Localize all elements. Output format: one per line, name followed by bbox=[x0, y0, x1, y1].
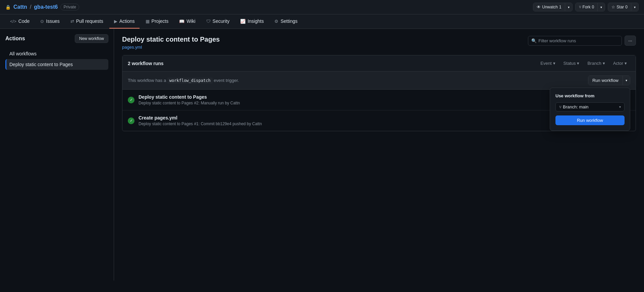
run-title-2: Create pages.yml bbox=[139, 115, 595, 120]
run-status-icon-1: ✓ bbox=[128, 97, 135, 103]
run-meta-2: Deploy static content to Pages #1: Commi… bbox=[139, 121, 595, 126]
trigger-banner: This workflow has a workflow_dispatch ev… bbox=[122, 71, 636, 90]
pullrequests-icon: ⇄ bbox=[70, 19, 74, 24]
fork-label: Fork bbox=[583, 5, 591, 9]
branch-select-arrow: ▾ bbox=[619, 105, 621, 109]
content-header: Deploy static content to Pages pages.yml… bbox=[122, 36, 636, 50]
filter-input-wrap: 🔍 bbox=[528, 36, 622, 46]
filter-branch-arrow: ▾ bbox=[603, 61, 605, 66]
workflow-file-link[interactable]: pages.yml bbox=[122, 45, 220, 50]
nav-label-settings: Settings bbox=[280, 18, 298, 24]
filter-input[interactable] bbox=[528, 36, 622, 46]
topbar-left: 🔒 Cattn / gba-test6 Private bbox=[5, 4, 79, 10]
new-workflow-button[interactable]: New workflow bbox=[75, 34, 108, 43]
unwatch-button-group: 👁 Unwatch 1 ▾ bbox=[533, 3, 572, 11]
nav-item-pullrequests[interactable]: ⇄ Pull requests bbox=[66, 14, 108, 29]
nav-label-wiki: Wiki bbox=[186, 18, 195, 24]
sidebar-item-all-workflows[interactable]: All workflows bbox=[5, 48, 108, 59]
filter-branch-label: Branch bbox=[587, 61, 601, 66]
content-area: Deploy static content to Pages pages.yml… bbox=[114, 29, 644, 281]
fork-button[interactable]: ⑂ Fork 0 bbox=[576, 3, 598, 11]
branch-icon: ⑂ bbox=[559, 105, 561, 109]
star-button-group: ☆ Star 0 ▾ bbox=[608, 3, 639, 11]
runs-filters: Event ▾ Status ▾ Branch ▾ Actor ▾ bbox=[537, 59, 630, 67]
nav-item-wiki[interactable]: 📖 Wiki bbox=[174, 14, 200, 29]
run-workflow-btn-wrap: Run workflow ▾ Use workflow from ⑂ Branc… bbox=[588, 76, 630, 85]
security-icon: 🛡 bbox=[206, 19, 211, 24]
nav-item-settings[interactable]: ⚙ Settings bbox=[270, 14, 302, 29]
content-header-right: 🔍 ··· bbox=[528, 36, 636, 46]
nav-label-insights: Insights bbox=[248, 18, 264, 24]
filter-event-arrow: ▾ bbox=[553, 61, 555, 66]
run-workflow-arrow-button[interactable]: ▾ bbox=[623, 76, 630, 85]
runs-header: 2 workflow runs Event ▾ Status ▾ Branch … bbox=[122, 55, 636, 71]
settings-icon: ⚙ bbox=[274, 19, 278, 24]
unwatch-count: 1 bbox=[559, 5, 561, 9]
private-badge: Private bbox=[60, 4, 79, 10]
nav-item-projects[interactable]: ▦ Projects bbox=[141, 14, 173, 29]
run-workflow-confirm-button[interactable]: Run workflow bbox=[555, 115, 625, 125]
trigger-text-after: event trigger. bbox=[214, 78, 239, 83]
run-info-2: Create pages.yml Deploy static content t… bbox=[139, 115, 595, 126]
nav-item-code[interactable]: </> Code bbox=[5, 14, 34, 29]
run-workflow-button-group: Run workflow ▾ bbox=[588, 76, 630, 85]
filter-status-button[interactable]: Status ▾ bbox=[560, 59, 583, 67]
nav-item-insights[interactable]: 📈 Insights bbox=[235, 14, 268, 29]
run-status-icon-2: ✓ bbox=[128, 117, 135, 124]
repo-owner-link[interactable]: Cattn bbox=[13, 4, 27, 10]
star-label: Star bbox=[616, 5, 624, 9]
fork-icon: ⑂ bbox=[579, 5, 581, 9]
workflow-info: Deploy static content to Pages pages.yml bbox=[122, 36, 220, 50]
star-count: 0 bbox=[625, 5, 628, 9]
actions-icon: ▶ bbox=[114, 19, 117, 24]
dropdown-title: Use workflow from bbox=[555, 93, 625, 98]
nav-label-security: Security bbox=[213, 18, 230, 24]
filter-actor-label: Actor bbox=[613, 61, 623, 66]
filter-status-label: Status bbox=[564, 61, 576, 66]
nav-label-actions: Actions bbox=[119, 18, 135, 24]
navbar: </> Code ⊙ Issues ⇄ Pull requests ▶ Acti… bbox=[0, 14, 644, 29]
branch-select-button[interactable]: ⑂ Branch: main ▾ bbox=[555, 102, 625, 111]
trigger-text: This workflow has a workflow_dispatch ev… bbox=[128, 78, 239, 83]
more-options-button[interactable]: ··· bbox=[625, 36, 636, 46]
filter-event-label: Event bbox=[540, 61, 551, 66]
trigger-code: workflow_dispatch bbox=[167, 78, 213, 84]
eye-icon: 👁 bbox=[537, 5, 541, 9]
fork-dropdown-button[interactable]: ▾ bbox=[597, 3, 605, 11]
unwatch-button[interactable]: 👁 Unwatch 1 bbox=[533, 3, 565, 11]
nav-item-actions[interactable]: ▶ Actions bbox=[109, 14, 140, 29]
run-workflow-dropdown: Use workflow from ⑂ Branch: main ▾ Run w… bbox=[550, 88, 630, 131]
sidebar: Actions New workflow All workflows Deplo… bbox=[0, 29, 114, 281]
trigger-text-before: This workflow has a bbox=[128, 78, 166, 83]
nav-item-security[interactable]: 🛡 Security bbox=[202, 14, 234, 29]
nav-label-code: Code bbox=[18, 18, 30, 24]
nav-item-issues[interactable]: ⊙ Issues bbox=[36, 14, 64, 29]
star-dropdown-button[interactable]: ▾ bbox=[631, 3, 638, 11]
star-icon: ☆ bbox=[611, 5, 615, 9]
filter-branch-button[interactable]: Branch ▾ bbox=[584, 59, 608, 67]
nav-label-pullrequests: Pull requests bbox=[76, 18, 103, 24]
issues-icon: ⊙ bbox=[40, 19, 44, 24]
fork-count: 0 bbox=[592, 5, 594, 9]
filter-status-arrow: ▾ bbox=[577, 61, 579, 66]
unwatch-dropdown-button[interactable]: ▾ bbox=[565, 3, 572, 11]
star-button[interactable]: ☆ Star 0 bbox=[608, 3, 631, 11]
sidebar-header: Actions New workflow bbox=[5, 34, 108, 43]
fork-button-group: ⑂ Fork 0 ▾ bbox=[575, 3, 605, 11]
runs-section: 2 workflow runs Event ▾ Status ▾ Branch … bbox=[122, 55, 636, 131]
sidebar-title: Actions bbox=[5, 36, 25, 42]
projects-icon: ▦ bbox=[146, 19, 150, 24]
filter-actor-button[interactable]: Actor ▾ bbox=[610, 59, 630, 67]
run-workflow-main-button[interactable]: Run workflow bbox=[588, 76, 623, 85]
lock-icon: 🔒 bbox=[5, 5, 11, 10]
filter-event-button[interactable]: Event ▾ bbox=[537, 59, 558, 67]
nav-label-issues: Issues bbox=[46, 18, 59, 24]
workflow-title: Deploy static content to Pages bbox=[122, 36, 220, 43]
sidebar-item-deploy-static[interactable]: Deploy static content to Pages bbox=[5, 59, 108, 70]
repo-name-link[interactable]: gba-test6 bbox=[34, 4, 58, 10]
insights-icon: 📈 bbox=[240, 19, 246, 24]
wiki-icon: 📖 bbox=[179, 19, 184, 24]
unwatch-label: Unwatch bbox=[542, 5, 558, 9]
code-icon: </> bbox=[10, 19, 16, 24]
nav-label-projects: Projects bbox=[152, 18, 169, 24]
